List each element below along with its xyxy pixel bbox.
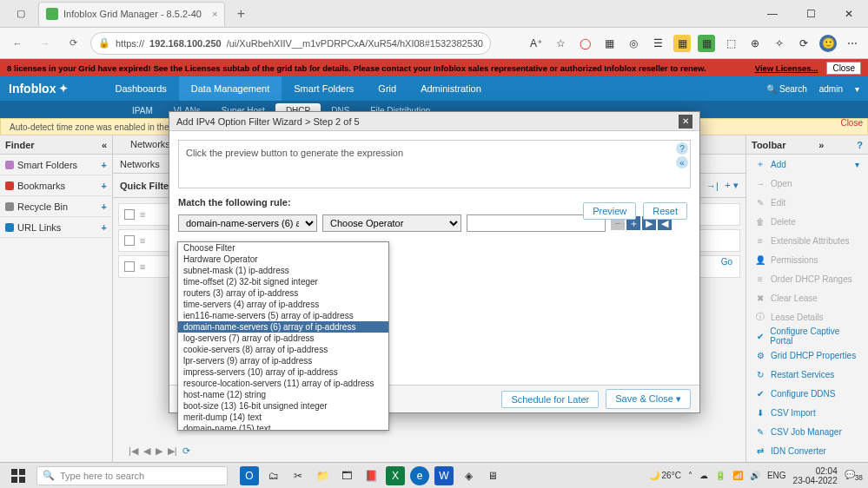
back-button[interactable]: ← bbox=[7, 33, 28, 54]
tray-lang[interactable]: ENG bbox=[767, 471, 786, 480]
schedule-button[interactable]: Schedule for Later bbox=[501, 391, 599, 408]
finder-item-smartfolders[interactable]: Smart Folders+ bbox=[0, 155, 112, 175]
qf-prev-icon[interactable]: →| bbox=[706, 179, 719, 193]
ext-icon-5[interactable]: ▦ bbox=[698, 35, 715, 52]
app-outlook-icon[interactable]: O bbox=[240, 466, 259, 485]
page-prev-icon[interactable]: ◀ bbox=[143, 445, 150, 457]
search-link[interactable]: 🔍 Search bbox=[766, 84, 806, 94]
tray-cloud-icon[interactable]: ☁ bbox=[699, 471, 708, 480]
user-menu[interactable]: admin bbox=[819, 84, 843, 94]
collections-icon[interactable]: ⊕ bbox=[746, 35, 764, 52]
start-button[interactable] bbox=[5, 466, 31, 485]
dropdown-option[interactable]: domain-name-servers (6) array of ip-addr… bbox=[178, 321, 388, 333]
finder-item-recycle[interactable]: Recycle Bin+ bbox=[0, 196, 112, 217]
user-dropdown-icon[interactable]: ▾ bbox=[855, 84, 859, 94]
toolbar-item[interactable]: ↻Restart Services bbox=[746, 365, 868, 384]
app-icon-5[interactable]: 🗔 bbox=[337, 466, 356, 485]
page-next-icon[interactable]: ▶ bbox=[156, 445, 162, 457]
browser-tab[interactable]: Infoblox Grid Manager - 8.5.2-40 × bbox=[38, 2, 225, 26]
new-tab-button[interactable]: + bbox=[229, 6, 253, 22]
add-icon[interactable]: + bbox=[102, 201, 107, 212]
row-checkbox[interactable] bbox=[124, 261, 135, 272]
dropdown-option[interactable]: boot-size (13) 16-bit unsigned integer bbox=[178, 400, 388, 412]
ext-opera-icon[interactable]: ◯ bbox=[576, 35, 593, 52]
tray-wifi-icon[interactable]: 📶 bbox=[732, 471, 743, 480]
more-icon[interactable]: ⋯ bbox=[844, 35, 861, 52]
add-icon[interactable]: + bbox=[102, 181, 107, 191]
finder-collapse-icon[interactable]: « bbox=[102, 140, 107, 150]
dropdown-option[interactable]: domain-name (15) text bbox=[178, 423, 388, 430]
dropdown-option[interactable]: time-offset (2) 32-bit signed integer bbox=[178, 276, 388, 287]
row-checkbox[interactable] bbox=[124, 209, 135, 220]
finder-item-urllinks[interactable]: URL Links+ bbox=[0, 217, 112, 238]
toolbar-item[interactable]: ⬇CSV Import bbox=[746, 403, 868, 422]
app-edge-icon[interactable]: e bbox=[410, 466, 429, 485]
tab-grid[interactable]: Grid bbox=[366, 76, 408, 101]
dropdown-option[interactable]: impress-servers (10) array of ip-address bbox=[178, 366, 388, 378]
page-last-icon[interactable]: ▶| bbox=[168, 445, 177, 457]
read-aloud-icon[interactable]: A⁺ bbox=[527, 35, 545, 52]
toolbar-item[interactable]: ✎CSV Job Manager bbox=[746, 422, 868, 441]
dropdown-option[interactable]: ien116-name-servers (5) array of ip-addr… bbox=[178, 310, 388, 321]
forward-button[interactable]: → bbox=[35, 33, 56, 54]
dropdown-option[interactable]: Hardware Operator bbox=[178, 254, 388, 265]
tab-administration[interactable]: Administration bbox=[408, 76, 494, 101]
extensions-icon[interactable]: ✧ bbox=[771, 35, 788, 52]
tab-dashboards[interactable]: Dashboards bbox=[103, 76, 178, 101]
row-menu-icon[interactable]: ≡ bbox=[140, 235, 145, 246]
add-icon[interactable]: + bbox=[102, 160, 107, 170]
toolbar-item[interactable]: ⇄IDN Converter bbox=[746, 441, 868, 460]
weather-widget[interactable]: 🌙 26°C bbox=[649, 471, 681, 480]
reset-button[interactable]: Reset bbox=[643, 202, 687, 220]
dropdown-option[interactable]: cookie-servers (8) array of ip-address bbox=[178, 344, 388, 355]
dropdown-option[interactable]: subnet-mask (1) ip-address bbox=[178, 265, 388, 276]
row-menu-icon[interactable]: ≡ bbox=[140, 261, 145, 272]
subtab-ipam[interactable]: IPAM bbox=[122, 103, 163, 118]
dropdown-option[interactable]: Choose Filter bbox=[178, 242, 388, 254]
toolbar-item[interactable]: ✔Configure Captive Portal bbox=[746, 326, 868, 346]
app-icon-10[interactable]: ◈ bbox=[459, 466, 478, 485]
tray-volume-icon[interactable]: 🔊 bbox=[750, 471, 760, 480]
taskbar-search[interactable]: 🔍Type here to search bbox=[36, 466, 228, 485]
dropdown-option[interactable]: log-servers (7) array of ip-address bbox=[178, 333, 388, 344]
view-licenses-link[interactable]: View Licenses... bbox=[755, 63, 818, 73]
page-refresh-icon[interactable]: ⟳ bbox=[182, 445, 190, 457]
toolbar-item[interactable]: ⚙Grid DHCP Properties bbox=[746, 346, 868, 365]
toolbar-help-icon[interactable]: ? bbox=[857, 140, 863, 150]
dropdown-option[interactable]: merit-dump (14) text bbox=[178, 412, 388, 423]
favorite-icon[interactable]: ☆ bbox=[552, 35, 569, 52]
tab-smart-folders[interactable]: Smart Folders bbox=[282, 76, 366, 101]
field-dropdown[interactable]: Choose FilterHardware Operatorsubnet-mas… bbox=[177, 241, 389, 431]
ext-icon-3[interactable]: ☰ bbox=[649, 35, 666, 52]
tab-data-management[interactable]: Data Management bbox=[179, 76, 282, 101]
field-select[interactable]: domain-name-servers (6) array of ip-ad bbox=[178, 214, 317, 232]
toolbar-expand-icon[interactable]: » bbox=[818, 140, 824, 150]
dropdown-option[interactable]: lpr-servers (9) array of ip-address bbox=[178, 355, 388, 366]
row-checkbox[interactable] bbox=[124, 235, 135, 246]
profile-avatar[interactable]: 🙂 bbox=[819, 35, 837, 52]
ext-icon-4[interactable]: ▦ bbox=[673, 35, 691, 52]
toolbar-add[interactable]: ＋Add▾ bbox=[746, 155, 868, 174]
save-close-button[interactable]: Save & Close ▾ bbox=[606, 389, 691, 409]
window-maximize[interactable]: ☐ bbox=[792, 0, 830, 28]
app-icon-2[interactable]: 🗂 bbox=[264, 466, 283, 485]
performance-icon[interactable]: ⟳ bbox=[795, 35, 812, 52]
qf-add-icon[interactable]: + ▾ bbox=[725, 179, 739, 193]
help-icon[interactable]: ? bbox=[676, 142, 688, 155]
app-icon-11[interactable]: 🖥 bbox=[483, 466, 502, 485]
tab-close-icon[interactable]: × bbox=[212, 9, 217, 19]
brand-logo[interactable]: Infoblox✦ bbox=[9, 82, 68, 96]
app-explorer-icon[interactable]: 📁 bbox=[313, 466, 332, 485]
dropdown-option[interactable]: host-name (12) string bbox=[178, 389, 388, 400]
dropdown-option[interactable]: routers (3) array of ip-address bbox=[178, 287, 388, 299]
ext-icon-1[interactable]: ▦ bbox=[600, 35, 618, 52]
tab-overview-icon[interactable]: ▢ bbox=[7, 2, 35, 26]
modal-outer-close-link[interactable]: Close bbox=[840, 118, 863, 128]
dropdown-option[interactable]: resource-location-servers (11) array of … bbox=[178, 378, 388, 389]
refresh-button[interactable]: ⟳ bbox=[63, 33, 83, 54]
app-excel-icon[interactable]: X bbox=[386, 466, 405, 485]
ext-icon-6[interactable]: ⬚ bbox=[722, 35, 739, 52]
app-snip-icon[interactable]: ✂ bbox=[288, 466, 308, 485]
url-field[interactable]: 🔒 https://192.168.100.250/ui/XuRbehXIIV_… bbox=[90, 32, 491, 55]
finder-item-bookmarks[interactable]: Bookmarks+ bbox=[0, 175, 112, 196]
